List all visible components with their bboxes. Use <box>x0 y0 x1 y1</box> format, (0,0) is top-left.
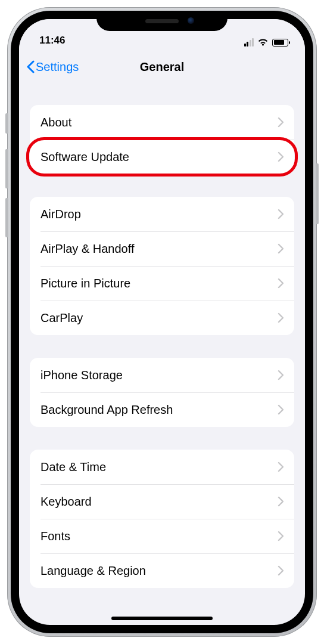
row-about[interactable]: About <box>30 105 294 140</box>
chevron-right-icon <box>278 243 284 254</box>
row-label: Picture in Picture <box>40 277 130 290</box>
device-bezel: 11:46 Settings General <box>11 11 313 633</box>
notch <box>96 11 228 31</box>
volume-up-button[interactable] <box>5 149 8 188</box>
chevron-right-icon <box>278 278 284 289</box>
settings-content[interactable]: AboutSoftware UpdateAirDropAirPlay & Han… <box>19 83 305 625</box>
settings-group: AboutSoftware Update <box>30 105 294 174</box>
front-camera <box>188 17 194 24</box>
chevron-right-icon <box>278 565 284 576</box>
back-button[interactable]: Settings <box>26 60 79 74</box>
chevron-right-icon <box>278 370 284 380</box>
settings-group: iPhone StorageBackground App Refresh <box>30 358 294 427</box>
settings-group: Date & TimeKeyboardFontsLanguage & Regio… <box>30 450 294 588</box>
device-frame: 11:46 Settings General <box>7 7 317 637</box>
chevron-right-icon <box>278 312 284 323</box>
back-label: Settings <box>36 60 79 74</box>
row-language-region[interactable]: Language & Region <box>30 553 294 588</box>
cellular-signal-icon <box>244 38 254 47</box>
row-label: About <box>40 116 71 129</box>
row-keyboard[interactable]: Keyboard <box>30 484 294 519</box>
power-button[interactable] <box>316 163 319 224</box>
row-label: Language & Region <box>40 564 146 578</box>
row-airdrop[interactable]: AirDrop <box>30 197 294 231</box>
status-indicators <box>244 38 289 48</box>
chevron-right-icon <box>278 496 284 507</box>
row-label: CarPlay <box>40 311 83 325</box>
row-label: AirDrop <box>40 208 81 221</box>
row-label: Software Update <box>40 150 129 164</box>
mute-switch[interactable] <box>5 113 8 134</box>
screen: 11:46 Settings General <box>19 19 305 625</box>
chevron-left-icon <box>26 60 35 73</box>
status-time: 11:46 <box>39 35 65 48</box>
row-airplay-handoff[interactable]: AirPlay & Handoff <box>30 231 294 266</box>
row-iphone-storage[interactable]: iPhone Storage <box>30 358 294 392</box>
row-carplay[interactable]: CarPlay <box>30 301 294 335</box>
row-label: AirPlay & Handoff <box>40 242 135 256</box>
row-label: Fonts <box>40 530 70 543</box>
row-date-time[interactable]: Date & Time <box>30 450 294 484</box>
chevron-right-icon <box>278 462 284 472</box>
row-label: Background App Refresh <box>40 403 173 417</box>
page-title: General <box>140 60 184 74</box>
battery-icon <box>272 39 288 47</box>
row-label: iPhone Storage <box>40 369 123 382</box>
navigation-bar: Settings General <box>19 50 305 83</box>
row-label: Date & Time <box>40 460 106 474</box>
row-background-app-refresh[interactable]: Background App Refresh <box>30 392 294 427</box>
chevron-right-icon <box>278 209 284 219</box>
row-label: Keyboard <box>40 495 92 509</box>
home-indicator[interactable] <box>111 617 213 620</box>
speaker-grille <box>145 19 179 23</box>
chevron-right-icon <box>278 151 284 162</box>
chevron-right-icon <box>278 404 284 415</box>
row-software-update[interactable]: Software Update <box>30 140 294 174</box>
volume-down-button[interactable] <box>5 198 8 237</box>
row-picture-in-picture[interactable]: Picture in Picture <box>30 266 294 301</box>
wifi-icon <box>257 38 269 47</box>
settings-group: AirDropAirPlay & HandoffPicture in Pictu… <box>30 197 294 335</box>
chevron-right-icon <box>278 117 284 128</box>
chevron-right-icon <box>278 531 284 541</box>
row-fonts[interactable]: Fonts <box>30 519 294 553</box>
